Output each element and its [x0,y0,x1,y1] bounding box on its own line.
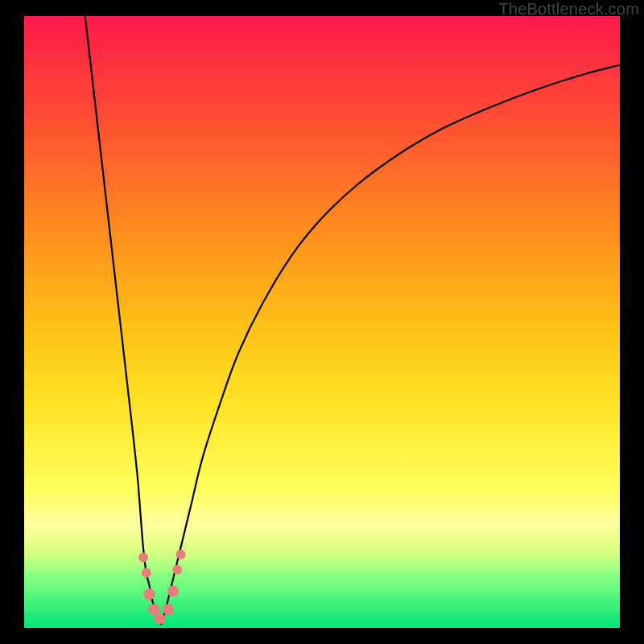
curve-left-branch [84,4,161,625]
curve-right-branch [161,65,620,625]
marker-dot [176,550,186,559]
valley-markers [138,550,186,625]
marker-dot [143,588,155,600]
marker-dot [163,604,174,615]
marker-dot [138,553,148,563]
marker-dot [172,565,182,575]
marker-dot [167,585,179,597]
chart-frame: TheBottleneck.com [0,0,644,644]
curve-layer [24,16,620,628]
watermark-text: TheBottleneck.com [498,0,639,19]
plot-area [24,16,620,628]
marker-dot [142,568,151,578]
marker-dot [155,613,166,625]
